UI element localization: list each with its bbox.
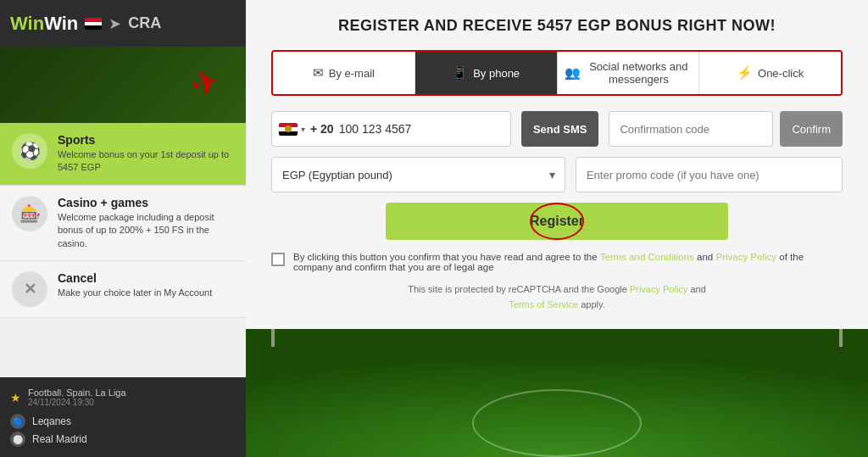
terms-link2[interactable]: Privacy Policy: [715, 252, 776, 262]
team1-name: Leqanes: [32, 415, 71, 427]
menu-item-sports[interactable]: ⚽ Sports Welcome bonus on your 1st depos…: [0, 123, 246, 186]
team1-icon: 🔵: [10, 414, 25, 429]
casino-desc: Welcome package including a deposit bonu…: [58, 211, 234, 250]
match-teams: 🔵 Leqanes ⚪ Real Madrid: [10, 410, 236, 450]
casino-icon: 🎰: [12, 196, 47, 231]
recaptcha-tos-link[interactable]: Terms of Service: [509, 299, 578, 309]
sports-title: Sports: [58, 133, 234, 147]
confirmation-code-input[interactable]: [609, 111, 773, 147]
send-sms-button[interactable]: Send SMS: [521, 111, 599, 147]
tab-email[interactable]: ✉ By e-mail: [273, 52, 415, 94]
menu-item-casino[interactable]: 🎰 Casino + games Welcome package includi…: [0, 186, 246, 261]
flag-selector[interactable]: ▾: [279, 123, 305, 136]
social-tab-icon: 👥: [565, 65, 581, 81]
match-league: Football. Spain. La Liga: [28, 387, 126, 398]
promo-code-input[interactable]: [576, 157, 843, 192]
phone-prefix: + 20: [310, 122, 334, 136]
recaptcha-notice: This site is protected by reCAPTCHA and …: [271, 282, 843, 312]
recaptcha-text1: This site is protected by reCAPTCHA and …: [408, 284, 627, 294]
currency-select[interactable]: EGP (Egyptian pound): [271, 157, 565, 192]
flag-icon: [85, 18, 102, 30]
tab-email-label: By e-mail: [329, 67, 375, 80]
team2-icon: ⚪: [10, 432, 25, 447]
register-tabs: ✉ By e-mail 📱 By phone 👥 Social networks…: [271, 50, 843, 96]
recaptcha-end: apply.: [581, 299, 605, 309]
terms-link1[interactable]: Terms and Conditions: [600, 252, 694, 262]
sidebar-footer: ★ Football. Spain. La Liga 24/11/2024 19…: [0, 377, 246, 457]
header-bar: WinWin ➤ CRA: [0, 0, 246, 47]
cancel-title: Cancel: [58, 271, 212, 285]
match-team2: ⚪ Real Madrid: [10, 432, 236, 447]
logo-win1: Win: [10, 13, 44, 34]
register-panel: REGISTER AND RECEIVE 5457 EGP BONUS RIGH…: [246, 0, 868, 329]
tab-social[interactable]: 👥 Social networks and messengers: [558, 52, 700, 94]
sports-icon: ⚽: [12, 133, 47, 169]
phone-number-input[interactable]: [339, 122, 504, 136]
phone-tab-icon: 📱: [452, 65, 468, 81]
logo-win2: Win: [44, 13, 78, 34]
flag-chevron-icon: ▾: [301, 125, 305, 134]
tab-oneclick[interactable]: ⚡ One-click: [699, 52, 841, 94]
match-row: ★ Football. Spain. La Liga 24/11/2024 19…: [10, 384, 236, 410]
brand-suffix: CRA: [128, 14, 161, 32]
menu-list: ⚽ Sports Welcome bonus on your 1st depos…: [0, 123, 246, 377]
register-btn-wrapper: Register: [271, 203, 843, 240]
terms-text: By clicking this button you confirm that…: [293, 252, 843, 272]
sidebar-hero: ✈: [0, 47, 246, 123]
email-tab-icon: ✉: [313, 65, 324, 81]
tab-oneclick-label: One-click: [758, 67, 804, 80]
terms-row: By clicking this button you confirm that…: [271, 252, 843, 272]
logo: WinWin: [10, 13, 78, 35]
tab-phone[interactable]: 📱 By phone: [415, 52, 558, 94]
phone-row: ▾ + 20 Send SMS Confirm: [271, 111, 843, 147]
match-date: 24/11/2024 19:30: [28, 398, 126, 407]
menu-item-cancel[interactable]: ✕ Cancel Make your choice later in My Ac…: [0, 261, 246, 318]
recaptcha-privacy-link[interactable]: Privacy Policy: [630, 284, 687, 294]
currency-wrapper: EGP (Egyptian pound) ▾: [271, 157, 565, 192]
egypt-flag-icon: [279, 123, 298, 136]
main-content: REGISTER AND RECEIVE 5457 EGP BONUS RIGH…: [246, 0, 868, 457]
casino-title: Casino + games: [58, 196, 234, 209]
plane-icon: ✈: [187, 60, 225, 105]
team2-name: Real Madrid: [32, 433, 87, 445]
currency-promo-row: EGP (Egyptian pound) ▾: [271, 157, 843, 192]
terms-before: By clicking this button you confirm that…: [293, 252, 598, 262]
match-team1: 🔵 Leqanes: [10, 414, 236, 429]
register-title: REGISTER AND RECEIVE 5457 EGP BONUS RIGH…: [271, 17, 843, 35]
arrow-icon: ➤: [108, 14, 121, 33]
sidebar: WinWin ➤ CRA ✈ ⚽ Sports Welcome bonus on…: [0, 0, 246, 457]
terms-and: and: [697, 252, 715, 262]
phone-input-group: ▾ + 20: [271, 111, 511, 147]
tab-phone-label: By phone: [473, 67, 520, 80]
terms-checkbox[interactable]: [271, 253, 285, 266]
tab-social-label: Social networks and messengers: [586, 60, 693, 86]
sports-desc: Welcome bonus on your 1st deposit up to …: [58, 148, 234, 175]
star-icon: ★: [10, 391, 21, 404]
recaptcha-and: and: [690, 284, 705, 294]
confirm-button[interactable]: Confirm: [780, 111, 843, 147]
oneclick-tab-icon: ⚡: [737, 65, 753, 81]
cancel-desc: Make your choice later in My Account: [58, 287, 212, 299]
confirmation-group: Confirm: [609, 111, 843, 147]
cancel-icon: ✕: [12, 271, 47, 307]
field-center-circle: [472, 389, 642, 457]
register-button[interactable]: Register: [386, 203, 728, 240]
